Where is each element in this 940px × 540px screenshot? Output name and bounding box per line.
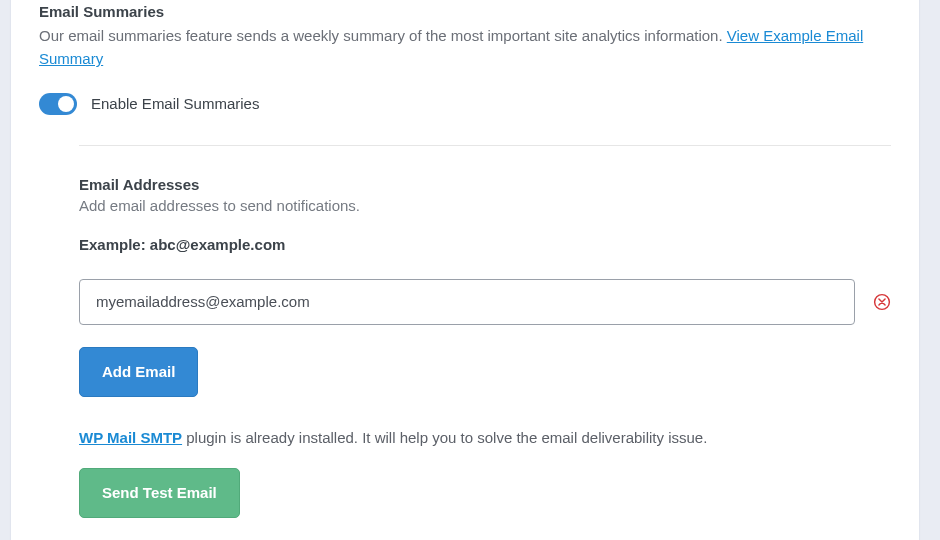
toggle-knob xyxy=(58,96,74,112)
add-email-button[interactable]: Add Email xyxy=(79,347,198,397)
settings-content: Email Summaries Our email summaries feat… xyxy=(11,0,919,518)
section-description-text: Our email summaries feature sends a week… xyxy=(39,27,727,44)
remove-email-icon[interactable] xyxy=(873,293,891,311)
smtp-message-suffix: plugin is already installed. It will hel… xyxy=(182,429,707,446)
email-input[interactable] xyxy=(79,279,855,325)
divider xyxy=(79,145,891,146)
email-addresses-block: Email Addresses Add email addresses to s… xyxy=(79,145,891,518)
enable-email-summaries-toggle[interactable] xyxy=(39,93,77,115)
section-heading: Email Summaries xyxy=(39,3,891,20)
wp-mail-smtp-link[interactable]: WP Mail SMTP xyxy=(79,429,182,446)
email-addresses-heading: Email Addresses xyxy=(79,176,891,193)
toggle-label: Enable Email Summaries xyxy=(91,95,259,112)
enable-toggle-row: Enable Email Summaries xyxy=(39,93,891,115)
smtp-message: WP Mail SMTP plugin is already installed… xyxy=(79,429,891,446)
email-example-label: Example: abc@example.com xyxy=(79,236,891,253)
email-row xyxy=(79,279,891,325)
send-test-email-button[interactable]: Send Test Email xyxy=(79,468,240,518)
section-description: Our email summaries feature sends a week… xyxy=(39,24,891,71)
email-addresses-description: Add email addresses to send notification… xyxy=(79,197,891,214)
settings-card: Email Summaries Our email summaries feat… xyxy=(10,0,920,540)
